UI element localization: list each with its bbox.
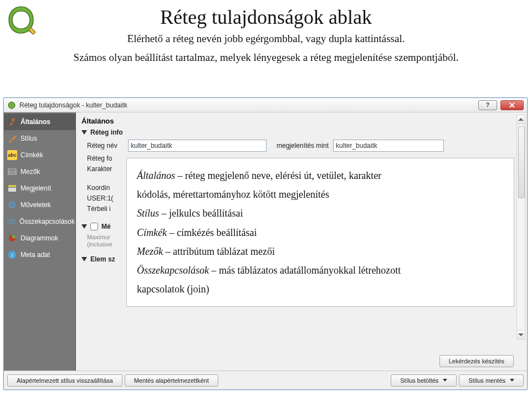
sidebar-item-style[interactable]: Stílus — [4, 130, 75, 147]
save-as-default-button[interactable]: Mentés alapértelmezettként — [125, 374, 218, 387]
wrench-icon — [7, 117, 17, 127]
sidebar-item-label: Diagrammok — [21, 234, 58, 242]
slide-line1: Elérhető a réteg nevén jobb egérgombbal,… — [50, 31, 482, 47]
sidebar-item-label: Mezők — [21, 168, 40, 176]
label-terbel: Térbeli i — [87, 205, 124, 213]
restore-default-style-button[interactable]: Alapértelmezett stílus visszaállítása — [7, 374, 122, 387]
label-layer-name: Réteg név — [87, 142, 124, 150]
sidebar-item-label: Megjelenít — [21, 184, 51, 192]
sidebar-item-label: Címkék — [21, 151, 43, 159]
sidebar-item-general[interactable]: Általános — [4, 114, 75, 130]
scroll-up-icon[interactable] — [517, 115, 525, 124]
sidebar-item-label: Meta adat — [21, 251, 50, 259]
svg-point-0 — [8, 102, 15, 109]
brush-icon — [7, 133, 17, 143]
sidebar-item-fields[interactable]: Mezők — [4, 163, 75, 180]
info-icon: i — [7, 250, 17, 260]
svg-rect-1 — [8, 169, 16, 174]
sidebar-item-label: Összekapcsolások — [19, 218, 75, 225]
sidebar-item-display[interactable]: Megjelenít — [4, 180, 75, 197]
input-display-as[interactable] — [333, 140, 444, 152]
svg-point-7 — [12, 204, 13, 206]
abc-icon: abc — [7, 150, 17, 160]
label-inclusive: (inclusive — [87, 241, 118, 248]
close-button[interactable] — [500, 100, 524, 110]
checkbox-me[interactable] — [90, 223, 98, 230]
chevron-down-icon — [510, 379, 514, 382]
display-icon — [7, 183, 17, 193]
qgis-window-icon — [7, 101, 16, 110]
svg-rect-4 — [8, 185, 16, 187]
bottom-bar: Alapértelmezett stílus visszaállítása Me… — [4, 371, 527, 389]
sidebar-item-label: Műveletek — [21, 201, 51, 209]
input-layer-name[interactable] — [128, 140, 267, 152]
collapse-layer-info[interactable]: Réteg info — [81, 128, 521, 136]
sidebar-item-diagrams[interactable]: Diagrammok — [4, 230, 75, 246]
scroll-down-icon[interactable] — [517, 330, 525, 339]
vertical-scrollbar[interactable] — [516, 115, 525, 340]
chevron-down-icon — [443, 379, 447, 382]
window-title: Réteg tulajdonságok - kulter_budaitk — [19, 101, 127, 109]
titlebar: Réteg tulajdonságok - kulter_budaitk ? — [4, 98, 527, 112]
section-title: Általános — [81, 117, 521, 125]
scroll-thumb[interactable] — [518, 126, 525, 198]
help-button[interactable]: ? — [478, 100, 497, 110]
sidebar-item-actions[interactable]: Műveletek — [4, 197, 75, 213]
save-style-button[interactable]: Stílus mentés — [459, 374, 524, 387]
sidebar: Általános Stílus abc Címkék Mezők — [4, 112, 76, 371]
qgis-logo-icon — [6, 4, 37, 35]
row-layer-name: Réteg név megjelenítés mint — [87, 140, 521, 152]
gear-icon — [7, 200, 17, 210]
label-layer-fo: Réteg fo — [87, 155, 124, 162]
sidebar-item-joins[interactable]: Összekapcsolások — [4, 213, 75, 230]
chevron-down-icon — [81, 130, 87, 135]
fields-icon — [7, 167, 17, 177]
svg-text:i: i — [11, 251, 13, 258]
pie-icon — [7, 233, 17, 243]
sidebar-item-labels[interactable]: abc Címkék — [4, 147, 75, 163]
slide-title: Réteg tulajdonságok ablak — [0, 6, 532, 29]
load-style-button[interactable]: Stílus betöltés — [391, 374, 457, 387]
join-icon — [7, 217, 16, 227]
label-karakter: Karakter — [87, 165, 124, 173]
svg-rect-5 — [8, 188, 16, 192]
slide-line2: Számos olyan beállítást tartalmaz, melye… — [50, 50, 482, 65]
label-maximur: Maximur — [87, 234, 118, 240]
chevron-down-icon — [81, 224, 87, 229]
sidebar-item-metadata[interactable]: i Meta adat — [4, 246, 75, 263]
build-query-button[interactable]: Lekérdezés készítés — [439, 355, 514, 367]
svg-point-9 — [11, 219, 16, 224]
close-icon — [509, 102, 515, 108]
definitions-overlay: Általános – réteg megjelenő neve, elérés… — [126, 158, 514, 307]
label-koordin: Koordin — [87, 184, 124, 192]
sidebar-item-label: Általános — [21, 118, 50, 126]
sidebar-item-label: Stílus — [21, 135, 37, 142]
label-display-as: megjelenítés mint — [277, 142, 329, 150]
chevron-down-icon — [81, 257, 87, 261]
label-user1: USER:1( — [87, 194, 124, 202]
